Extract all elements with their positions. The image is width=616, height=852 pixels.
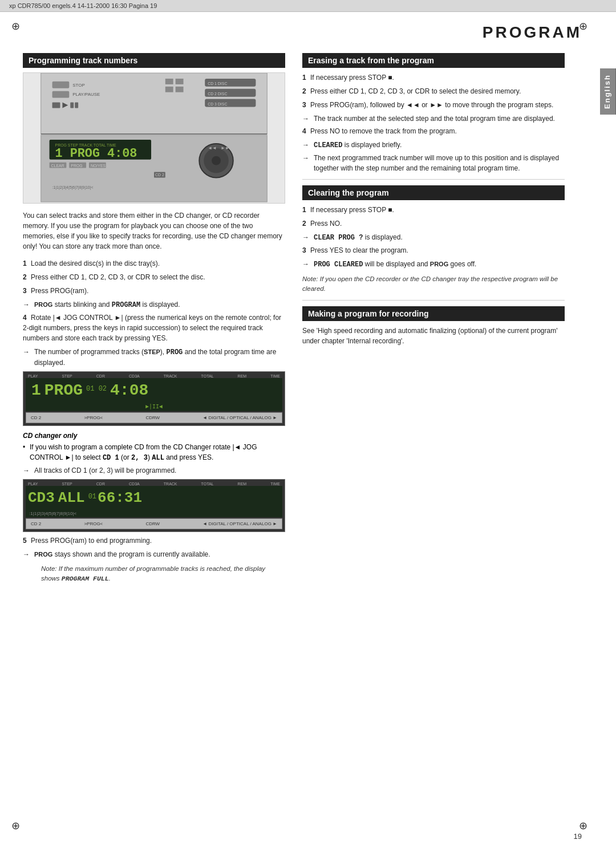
reg-mark-bottom-left: ⊕ xyxy=(11,819,20,832)
display-digit-time: 4:08 xyxy=(110,382,148,399)
display-time2: 66:31 xyxy=(98,489,142,506)
erase-arrow2-text: The next programmed track number will mo… xyxy=(314,154,559,172)
clear-is-displayed: is displayed. xyxy=(365,233,403,241)
section-programming: Programming track numbers xyxy=(23,53,285,68)
note-period: . xyxy=(109,575,111,582)
note-clearing: Note: If you open the CD recorder or the… xyxy=(302,274,565,294)
svg-text::1|1|2|3|4|5|6|7|8|9|10|<: :1|1|2|3|4|5|6|7|8|9|10|< xyxy=(52,185,94,190)
prog-goes-off: PROG xyxy=(430,261,448,267)
prog-label: PROG xyxy=(34,301,52,308)
clear-arrow-text: will be displayed and xyxy=(365,260,430,268)
clear-step-2-num: 2 xyxy=(302,220,306,228)
svg-text:CD 3 DISC: CD 3 DISC xyxy=(208,102,227,106)
cd-and-press: and press YES. xyxy=(164,453,214,461)
dl-track: TRACK xyxy=(164,374,177,378)
svg-text:PROG: PROG xyxy=(71,164,82,168)
digital-label: ◄ DIGITAL / OPTICAL / ANALOG ► xyxy=(202,415,277,420)
page-title-area: PROGRAM xyxy=(0,12,616,47)
erase-step-2-text: Press either CD 1, CD 2, CD 3, or CDR to… xyxy=(310,87,521,95)
svg-rect-8 xyxy=(75,103,78,108)
clear-step-1: 1 If necessary press STOP ■. xyxy=(302,205,565,215)
dl2-cdr: CDR xyxy=(96,482,105,486)
display-digits-1: 1 PROG 01 02 4:08 xyxy=(26,378,282,403)
section-making: Making a program for recording xyxy=(302,306,565,321)
body-text-programming: You can select tracks and store them eit… xyxy=(23,210,285,251)
section-erasing-title: Erasing a track from the program xyxy=(308,56,434,65)
erase-step-2-num: 2 xyxy=(302,87,306,95)
clear-step-3: 3 Press YES to clear the program. xyxy=(302,245,565,255)
dl2-total: TOTAL xyxy=(201,482,214,486)
erase-step-3-num: 3 xyxy=(302,101,306,109)
svg-rect-18 xyxy=(176,87,184,92)
cd-indicator: CD 2 xyxy=(31,415,41,420)
display-digit-step: 1 xyxy=(31,382,41,399)
cd-changer-bullet: If you wish to program a complete CD fro… xyxy=(23,442,285,463)
step-5-text: Press PROG(ram) to end programming. xyxy=(31,537,152,545)
dl-time: TIME xyxy=(270,374,280,378)
svg-rect-16 xyxy=(176,79,184,84)
display-track-row: :1|1|2|3|4|5|6|7|8|9|10|< xyxy=(26,510,282,517)
display-all: ALL xyxy=(58,489,85,506)
all-mono: ALL xyxy=(152,454,164,462)
cd-changer-arrow: All tracks of CD 1 (or 2, 3) will be pro… xyxy=(23,465,285,476)
program-full-mono: PROGRAM FULL xyxy=(62,575,109,582)
erase-step-1: 1 If necessary press STOP ■. xyxy=(302,72,565,83)
divider-1 xyxy=(302,179,565,180)
svg-rect-2 xyxy=(52,91,70,98)
erase-step-4-text: Press NO to remove the track from the pr… xyxy=(310,127,457,135)
note-clearing-text: Note: If you open the CD recorder or the… xyxy=(302,275,558,292)
svg-rect-7 xyxy=(70,103,74,108)
display-block-1: PLAY STEP CDR CD3A TRACK TOTAL REM TIME … xyxy=(23,371,285,426)
step-3-text: Press PROG(ram). xyxy=(31,287,88,295)
display-cd3: CD3 xyxy=(28,489,55,506)
english-sidebar: English xyxy=(600,68,616,115)
section-clearing: Clearing the program xyxy=(302,185,565,200)
erase-step-4-arrow1: CLEARED is displayed briefly. xyxy=(302,140,565,151)
erase-step-3-arrow-text: The track number at the selected step an… xyxy=(314,115,555,123)
dl2-track: TRACK xyxy=(164,482,177,486)
erase-step-3: 3 Press PROG(ram), followed by ◄◄ or ►► … xyxy=(302,100,565,110)
step-3-num: 3 xyxy=(23,287,27,295)
cd23-mono: 2, 3 xyxy=(131,454,148,462)
cd1-mono: CD 1 xyxy=(103,454,119,462)
display-digit-prog: PROG xyxy=(44,382,83,399)
step-1-num: 1 xyxy=(23,259,27,267)
svg-text:1  PROG  4:08: 1 PROG 4:08 xyxy=(55,147,137,161)
svg-rect-5 xyxy=(52,103,60,108)
erase-step-1-text: If necessary press STOP ■. xyxy=(310,74,394,82)
right-column: Erasing a track from the program 1 If ne… xyxy=(302,53,565,589)
clear-step-2-text: Press NO. xyxy=(310,220,342,228)
display-digits-2: CD3 ALL 01 66:31 xyxy=(26,486,282,510)
dl2-play: PLAY xyxy=(28,482,38,486)
page-number: 19 xyxy=(574,832,582,841)
svg-text:CLEAR: CLEAR xyxy=(51,164,64,168)
making-body-text: See 'High speed recording and automatic … xyxy=(302,326,565,346)
erase-arrow1-text: is displayed briefly. xyxy=(345,141,402,149)
device-image-top: STOP PLAY/PAUSE CD 1 DISC CD 2 DISC CD 3… xyxy=(23,72,285,204)
svg-text:NO/YES: NO/YES xyxy=(91,164,106,168)
dl2-time: TIME xyxy=(270,482,280,486)
dl-step: STEP xyxy=(62,374,72,378)
page: xp CDR785/00 engels.4 14-11-2000 16:30 P… xyxy=(0,0,616,852)
reg-mark-bottom-right: ⊕ xyxy=(579,819,587,832)
prog-button2: >PROG< xyxy=(84,521,103,526)
display-sub-1: ►|II◄ xyxy=(26,403,282,411)
cd2-indicator: CD 2 xyxy=(31,521,41,526)
cd-changer-label: CD changer only xyxy=(23,432,285,440)
header-bar: xp CDR785/00 engels.4 14-11-2000 16:30 P… xyxy=(0,0,616,12)
cleared-mono: CLEARED xyxy=(314,141,342,149)
step-5-arrow-text: stays shown and the program is currently… xyxy=(55,550,210,558)
svg-text:PLAY/PAUSE: PLAY/PAUSE xyxy=(72,92,100,97)
section-programming-title: Programming track numbers xyxy=(29,56,137,65)
section-erasing: Erasing a track from the program xyxy=(302,53,565,68)
prog-button: >PROG< xyxy=(84,415,103,420)
step-1: 1 Load the desired disc(s) in the disc t… xyxy=(23,258,285,269)
erase-step-1-num: 1 xyxy=(302,74,306,82)
clear-step-1-text: If necessary press STOP ■. xyxy=(310,206,394,214)
step-4-text: Rotate |◄ JOG CONTROL ►| (press the nume… xyxy=(23,314,281,342)
reg-mark-top-left: ⊕ xyxy=(11,20,20,33)
clear-goes-off: goes off. xyxy=(451,260,477,268)
step-1-text: Load the desired disc(s) in the disc tra… xyxy=(31,259,160,267)
step-5-num: 5 xyxy=(23,537,27,545)
bottom-device-1: CD 2 >PROG< CDRW ◄ DIGITAL / OPTICAL / A… xyxy=(26,412,282,423)
